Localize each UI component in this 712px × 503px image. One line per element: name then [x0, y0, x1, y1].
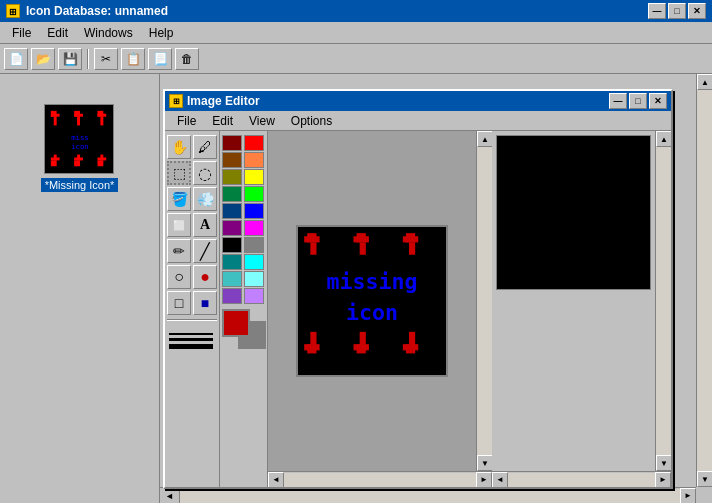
color-swatch[interactable]: [244, 203, 264, 219]
edit-canvas[interactable]: missing icon: [296, 225, 448, 377]
canvas-vscroll-up[interactable]: ▲: [477, 131, 492, 147]
svg-rect-31: [403, 236, 418, 242]
preview-vscroll-down[interactable]: ▼: [656, 455, 671, 471]
hscroll-right-btn[interactable]: ►: [680, 488, 696, 504]
color-swatch[interactable]: [222, 152, 242, 168]
preview-hscroll-track[interactable]: [508, 473, 655, 487]
svg-rect-9: [98, 114, 107, 117]
color-swatch[interactable]: [222, 186, 242, 202]
canvas-section: missing icon: [268, 131, 671, 487]
svg-rect-13: [51, 160, 57, 166]
color-swatch[interactable]: [222, 254, 242, 270]
color-swatch[interactable]: [244, 186, 264, 202]
vscroll-up-btn[interactable]: ▲: [697, 74, 712, 90]
line-size-3[interactable]: [169, 344, 217, 349]
inner-menu-edit[interactable]: Edit: [204, 112, 241, 129]
preview-vscroll-track[interactable]: [656, 147, 671, 455]
preview-vscroll-up[interactable]: ▲: [656, 131, 671, 147]
color-swatch[interactable]: [244, 254, 264, 270]
svg-rect-42: [403, 344, 418, 350]
svg-rect-8: [101, 117, 104, 126]
preview-content: [492, 131, 655, 471]
inner-maximize-btn[interactable]: □: [629, 93, 647, 109]
outer-maximize-btn[interactable]: □: [668, 3, 686, 19]
color-swatch[interactable]: [244, 152, 264, 168]
pencil-tool[interactable]: ✏: [167, 239, 191, 263]
spray-tool[interactable]: 💨: [193, 187, 217, 211]
svg-text:icon: icon: [346, 300, 398, 325]
bottom-indicator[interactable]: ◄: [160, 487, 180, 503]
copy-btn[interactable]: 📋: [121, 48, 145, 70]
canvas-vscroll-down[interactable]: ▼: [477, 455, 492, 471]
paste-btn[interactable]: 📃: [148, 48, 172, 70]
hand-tool[interactable]: ✋: [167, 135, 191, 159]
canvas-hscroll-right[interactable]: ►: [476, 472, 492, 488]
text-tool[interactable]: A: [193, 213, 217, 237]
color-swatch[interactable]: [222, 169, 242, 185]
outer-titlebar: ⊞ Icon Database: unnamed — □ ✕: [0, 0, 712, 22]
color-swatch[interactable]: [244, 135, 264, 151]
color-swatch[interactable]: [244, 271, 264, 287]
inner-window-title: Image Editor: [187, 94, 260, 108]
preview-scroll-area: ▲ ▼: [492, 131, 671, 471]
svg-rect-6: [75, 114, 84, 117]
canvas-vscroll-track[interactable]: [477, 147, 492, 455]
color-swatch[interactable]: [244, 237, 264, 253]
color-swatch[interactable]: [222, 237, 242, 253]
delete-btn[interactable]: 🗑: [175, 48, 199, 70]
color-swatch[interactable]: [244, 288, 264, 304]
inner-content: ✋ 🖊 ⬚ ◌ 🪣 💨 ⬜ A ✏ ╱ ○ ● □ ■: [165, 131, 671, 487]
open-btn[interactable]: 📂: [31, 48, 55, 70]
cut-btn[interactable]: ✂: [94, 48, 118, 70]
canvas-hscroll-left[interactable]: ◄: [268, 472, 284, 488]
preview-hscroll-left[interactable]: ◄: [492, 472, 508, 488]
eraser-tool[interactable]: ⬜: [167, 213, 191, 237]
canvas-hscroll-track[interactable]: [284, 473, 476, 487]
outer-menubar: File Edit Windows Help: [0, 22, 712, 44]
svg-text:icon: icon: [72, 142, 90, 151]
fill-tool[interactable]: 🪣: [167, 187, 191, 211]
preview-hscroll-right[interactable]: ►: [655, 472, 671, 488]
svg-rect-19: [98, 160, 104, 166]
inner-menu-options[interactable]: Options: [283, 112, 340, 129]
fg-color-box[interactable]: [222, 309, 250, 337]
line-size-2[interactable]: [169, 338, 217, 341]
svg-rect-28: [354, 236, 369, 242]
inner-minimize-btn[interactable]: —: [609, 93, 627, 109]
ellipse-tool[interactable]: ○: [167, 265, 191, 289]
rect-tool[interactable]: □: [167, 291, 191, 315]
color-swatch[interactable]: [222, 203, 242, 219]
outer-minimize-btn[interactable]: —: [648, 3, 666, 19]
preview-label: *Missing Icon*: [41, 178, 119, 192]
color-swatch[interactable]: [222, 288, 242, 304]
save-btn[interactable]: 💾: [58, 48, 82, 70]
outer-close-btn[interactable]: ✕: [688, 3, 706, 19]
line-size-1[interactable]: [169, 333, 217, 335]
lasso-tool[interactable]: ◌: [193, 161, 217, 185]
svg-rect-43: [497, 136, 651, 290]
color-swatch[interactable]: [222, 220, 242, 236]
new-btn[interactable]: 📄: [4, 48, 28, 70]
color-swatch[interactable]: [244, 169, 264, 185]
preview-vscroll: ▲ ▼: [655, 131, 671, 471]
outer-menu-edit[interactable]: Edit: [39, 24, 76, 41]
inner-menubar: File Edit View Options: [165, 111, 671, 131]
vscroll-track[interactable]: [697, 90, 712, 471]
vscroll-down-btn[interactable]: ▼: [697, 471, 712, 487]
selection-tool[interactable]: ⬚: [167, 161, 191, 185]
outer-menu-windows[interactable]: Windows: [76, 24, 141, 41]
inner-close-btn[interactable]: ✕: [649, 93, 667, 109]
eyedropper-tool[interactable]: 🖊: [193, 135, 217, 159]
rect-fill-tool[interactable]: ■: [193, 291, 217, 315]
inner-menu-view[interactable]: View: [241, 112, 283, 129]
palette-grid: [222, 135, 265, 304]
hscroll-track[interactable]: [176, 489, 680, 503]
outer-menu-help[interactable]: Help: [141, 24, 182, 41]
color-swatch[interactable]: [222, 135, 242, 151]
color-swatch[interactable]: [244, 220, 264, 236]
ellipse-fill-tool[interactable]: ●: [193, 265, 217, 289]
line-tool[interactable]: ╱: [193, 239, 217, 263]
color-swatch[interactable]: [222, 271, 242, 287]
outer-menu-file[interactable]: File: [4, 24, 39, 41]
inner-menu-file[interactable]: File: [169, 112, 204, 129]
